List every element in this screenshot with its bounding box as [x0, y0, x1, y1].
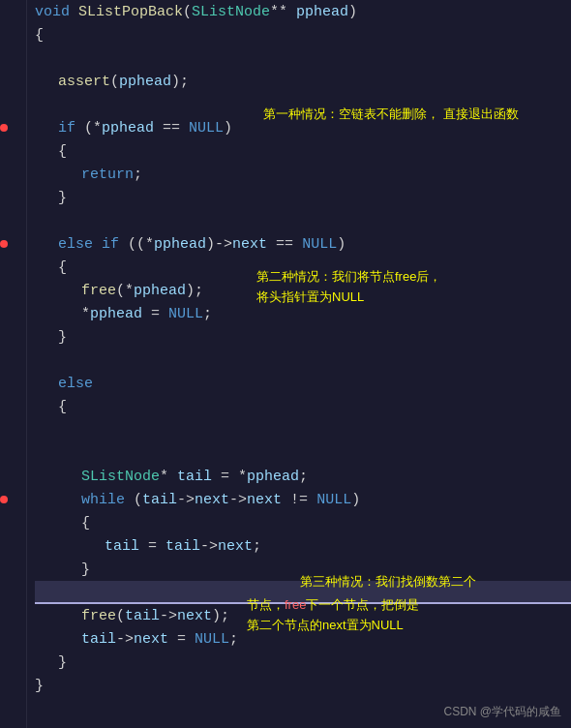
var: pphead — [102, 120, 154, 136]
line-num — [0, 418, 26, 441]
punc: { — [35, 27, 44, 44]
code-line: } — [35, 651, 571, 674]
code-line: { — [35, 511, 571, 534]
keyword-null: NULL — [168, 306, 203, 322]
code-line — [35, 418, 571, 441]
code-line — [35, 93, 571, 116]
arrow: -> — [200, 538, 218, 555]
line-num — [0, 70, 26, 93]
op: ** — [270, 4, 296, 20]
code-line — [35, 46, 571, 70]
code-line: free(*pphead); — [35, 279, 571, 302]
code-line: tail = tail->next; — [35, 534, 571, 558]
op: * — [81, 306, 90, 322]
code-line: assert(pphead); — [35, 70, 571, 93]
code-line: *pphead = NULL; — [35, 302, 571, 325]
line-num — [0, 0, 26, 23]
param: pphead — [296, 4, 348, 20]
punc: ( — [116, 283, 125, 299]
var: tail — [125, 608, 160, 624]
op: = — [139, 538, 165, 555]
op: == — [267, 236, 302, 253]
var: next — [195, 492, 229, 508]
code-line — [35, 209, 571, 232]
line-num — [0, 627, 26, 651]
punc: ( — [183, 4, 192, 20]
code-line: while (tail->next->next != NULL) — [35, 488, 571, 511]
op: * — [160, 469, 177, 485]
line-num — [0, 325, 26, 349]
var: next — [134, 631, 168, 648]
var: pphead — [247, 469, 299, 485]
arrow: -> — [229, 492, 247, 508]
line-num — [0, 488, 26, 511]
keyword-return: return — [81, 167, 134, 183]
code-line — [35, 441, 571, 465]
punc: ) — [337, 236, 346, 253]
var: tail — [142, 492, 177, 508]
arrow: -> — [160, 608, 177, 624]
code-line: { — [35, 395, 571, 418]
punc: (( — [128, 236, 145, 253]
var: tail — [105, 538, 139, 555]
code-line — [35, 581, 571, 604]
line-num — [0, 46, 26, 70]
var-tail: tail — [177, 469, 212, 485]
line-num — [0, 581, 26, 604]
op: * — [238, 469, 247, 485]
var: pphead — [119, 74, 171, 90]
punc: } — [58, 329, 67, 346]
keyword-void: void — [35, 4, 78, 20]
line-num — [0, 209, 26, 232]
var: next — [232, 236, 267, 253]
punc: ; — [253, 538, 261, 555]
code-editor: void SListPopBack(SListNode** pphead) { … — [0, 0, 571, 728]
punc: ) — [348, 4, 357, 20]
punc: ; — [203, 306, 212, 322]
arrow: -> — [116, 631, 134, 648]
line-num — [0, 441, 26, 465]
var: pphead — [134, 283, 186, 299]
line-num — [0, 372, 26, 395]
code-line: void SListPopBack(SListNode** pphead) — [35, 0, 571, 23]
punc: { — [81, 515, 90, 531]
code-line: if (*pphead == NULL) — [35, 116, 571, 139]
punc: ) — [224, 120, 232, 136]
line-num — [0, 511, 26, 534]
func-name: SListPopBack — [78, 4, 183, 20]
punc: ); — [171, 74, 189, 90]
line-num — [0, 697, 26, 720]
line-num — [0, 232, 26, 256]
line-num — [0, 558, 26, 581]
var: pphead — [90, 306, 142, 322]
arrow: )-> — [206, 236, 232, 253]
line-num — [0, 534, 26, 558]
line-num — [0, 302, 26, 325]
punc: ; — [299, 469, 308, 485]
op: == — [154, 120, 189, 136]
punc: ( — [116, 608, 125, 624]
line-num — [0, 279, 26, 302]
line-numbers — [0, 0, 27, 728]
line-num — [0, 465, 26, 488]
keyword-if: if — [102, 236, 128, 253]
var: tail — [165, 538, 200, 555]
arrow: -> — [177, 492, 195, 508]
func-free: free — [81, 283, 116, 299]
op: != — [282, 492, 316, 508]
line-num — [0, 186, 26, 209]
punc: { — [58, 143, 67, 160]
code-line: { — [35, 139, 571, 163]
line-num — [0, 674, 26, 697]
line-num — [0, 256, 26, 279]
code-line: { — [35, 23, 571, 46]
line-num — [0, 139, 26, 163]
keyword-null: NULL — [316, 492, 351, 508]
op: = — [168, 631, 195, 648]
punc: ; — [134, 167, 142, 183]
op: * — [125, 283, 134, 299]
code-line: } — [35, 558, 571, 581]
type: SListNode — [192, 4, 270, 20]
punc: ( — [110, 74, 119, 90]
code-line: free(tail->next); — [35, 604, 571, 627]
